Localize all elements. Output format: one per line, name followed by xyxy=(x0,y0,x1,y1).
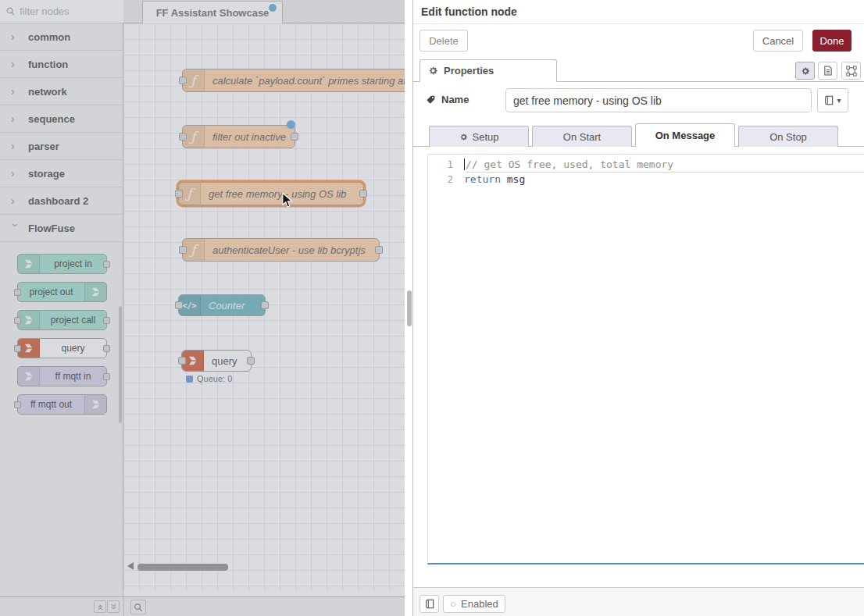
tab-properties[interactable]: Properties xyxy=(420,59,557,82)
code-editor[interactable]: 1 // get OS free, used, total memory 2 r… xyxy=(427,154,864,564)
node-library-button[interactable] xyxy=(420,595,439,613)
gear-icon xyxy=(459,133,468,141)
code-line-2: 2 return msg xyxy=(428,172,864,187)
line-number: 2 xyxy=(428,174,464,185)
gear-icon xyxy=(428,66,438,76)
tab-on-message[interactable]: On Message xyxy=(635,123,735,147)
tag-icon xyxy=(426,94,436,105)
workspace: filter nodes ›common ›function ›network … xyxy=(0,0,412,616)
library-dropdown-button[interactable]: ▾ xyxy=(817,88,848,112)
tray-title: Edit function node xyxy=(413,0,864,24)
name-field-label: Name xyxy=(426,94,469,105)
delete-button[interactable]: Delete xyxy=(420,30,468,52)
mouse-cursor xyxy=(281,192,294,208)
line-number: 1 xyxy=(428,159,464,170)
tab-on-start[interactable]: On Start xyxy=(532,126,632,147)
done-button[interactable]: Done xyxy=(812,30,852,52)
book-icon xyxy=(824,95,834,105)
tray-footer: ○ Enabled xyxy=(413,587,864,616)
name-row: Name ▾ xyxy=(413,88,864,113)
function-editor-tabs: Setup On Start On Message On Stop xyxy=(413,123,864,147)
tab-on-stop[interactable]: On Stop xyxy=(738,126,838,147)
edit-tray: Edit function node Delete Cancel Done Pr… xyxy=(412,0,864,616)
name-input[interactable] xyxy=(505,88,812,112)
description-view-button[interactable] xyxy=(818,62,837,80)
canvas-vscroll-thumb[interactable] xyxy=(407,290,412,326)
enabled-state-icon: ○ xyxy=(450,598,456,610)
properties-view-button[interactable] xyxy=(795,62,815,80)
tab-setup[interactable]: Setup xyxy=(429,126,529,147)
selection-frame-icon xyxy=(846,66,857,77)
document-icon xyxy=(823,66,833,76)
tray-tab-row: Properties xyxy=(413,59,864,82)
code-line-1: 1 // get OS free, used, total memory xyxy=(428,157,864,172)
gear-icon xyxy=(801,66,810,76)
node-red-editor: filter nodes ›common ›function ›network … xyxy=(0,0,864,616)
enabled-toggle-button[interactable]: ○ Enabled xyxy=(443,595,505,613)
appearance-view-button[interactable] xyxy=(841,62,861,80)
book-icon xyxy=(425,599,434,609)
canvas-scroll-gutter xyxy=(405,0,412,616)
workspace-shade xyxy=(0,0,405,616)
text-cursor xyxy=(464,158,465,170)
caret-down-icon: ▾ xyxy=(837,96,841,105)
cancel-button[interactable]: Cancel xyxy=(753,30,803,52)
